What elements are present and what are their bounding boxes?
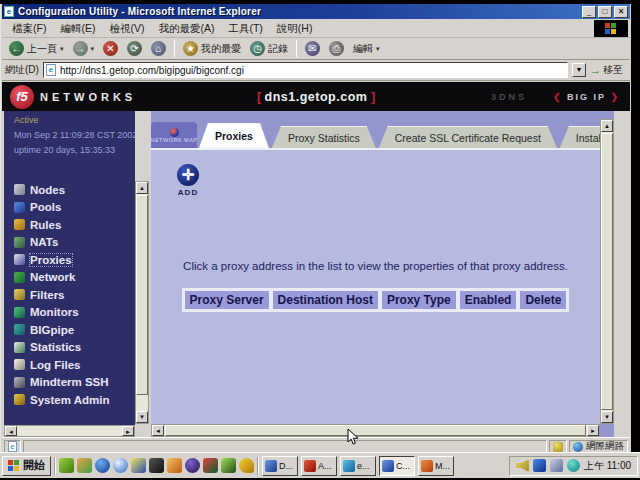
go-button[interactable]: → 移至 [590, 63, 627, 77]
quick-launch-icon[interactable] [239, 458, 254, 473]
menu-edit[interactable]: 編輯(E) [54, 20, 101, 38]
taskbar: 開始 D... A... e... C... M... [0, 452, 640, 478]
scroll-left-icon[interactable]: ◄ [5, 426, 17, 436]
add-button[interactable]: ✛ [177, 164, 199, 186]
quick-launch-icon[interactable] [167, 458, 182, 473]
volume-icon[interactable] [516, 459, 529, 472]
col-proxy-type[interactable]: Proxy Type [380, 289, 458, 311]
favorites-icon: ★ [183, 41, 198, 56]
back-button[interactable]: ← 上一頁 ▾ [6, 40, 67, 57]
sidebar-horizontal-scrollbar[interactable]: ◄ ► [4, 425, 135, 437]
quick-launch-icon[interactable] [131, 458, 146, 473]
sidebar-item-proxies[interactable]: Proxies [14, 253, 109, 266]
mail-icon: ✉ [305, 41, 320, 56]
quick-launch-icon[interactable] [221, 458, 236, 473]
display-icon[interactable] [533, 459, 546, 472]
task-button[interactable]: A... [301, 456, 337, 476]
col-proxy-server[interactable]: Proxy Server [183, 289, 271, 311]
address-dropdown-icon[interactable]: ▼ [572, 63, 586, 77]
tab-proxies[interactable]: Proxies [199, 123, 269, 148]
quick-launch-icon[interactable] [77, 458, 92, 473]
network-map-button[interactable]: NETWORK MAP [151, 122, 197, 148]
taskbar-clock[interactable]: 上午 11:00 [584, 459, 631, 473]
sidebar-item-monitors[interactable]: Monitors [14, 306, 109, 319]
home-button[interactable]: ⌂ [148, 40, 169, 57]
task-button[interactable]: e... [340, 456, 376, 476]
quick-launch-icon[interactable] [59, 458, 74, 473]
task-button[interactable]: D... [262, 456, 298, 476]
col-delete[interactable]: Delete [518, 289, 568, 311]
sidebar-item-nats[interactable]: NATs [14, 236, 109, 249]
menu-bar: 檔案(F) 編輯(E) 檢視(V) 我的最愛(A) 工具(T) 說明(H) [2, 20, 630, 38]
forward-button[interactable]: → ▾ [70, 40, 98, 57]
sidebar-item-statistics[interactable]: Statistics [14, 341, 109, 354]
favorites-button[interactable]: ★ 我的最愛 [180, 40, 244, 57]
back-dropdown-icon[interactable]: ▾ [60, 45, 64, 53]
print-button[interactable]: ⎙ [326, 40, 347, 57]
quick-launch-icon[interactable] [95, 458, 110, 473]
col-enabled[interactable]: Enabled [458, 289, 519, 311]
scroll-left-icon[interactable]: ◄ [152, 425, 164, 436]
menu-tools[interactable]: 工具(T) [222, 20, 268, 38]
bracket-close: ] [371, 90, 375, 104]
scroll-right-icon[interactable]: ► [122, 426, 134, 436]
scroll-right-icon[interactable]: ► [587, 425, 599, 436]
sidebar-item-system-admin[interactable]: System Admin [14, 393, 109, 406]
start-label: 開始 [23, 458, 45, 473]
sidebar-item-nodes[interactable]: Nodes [14, 183, 109, 196]
tab-install-ssl-certificate[interactable]: Install SSL Certifi [560, 126, 600, 148]
task-button[interactable]: M... [418, 456, 454, 476]
quick-launch-icon[interactable] [203, 458, 218, 473]
sidebar: Active Mon Sep 2 11:09:28 CST 2002 uptim… [4, 111, 135, 437]
start-button[interactable]: 開始 [2, 456, 51, 476]
history-button[interactable]: ◷ 記錄 [247, 40, 291, 57]
maximize-button[interactable]: □ [598, 6, 612, 18]
edit-label: 編輯 [353, 42, 373, 56]
sidebar-item-mindterm-ssh[interactable]: Mindterm SSH [14, 376, 109, 389]
close-button[interactable]: ✕ [614, 6, 628, 18]
stop-button[interactable]: ✕ [100, 40, 121, 57]
scrollbar-thumb[interactable] [165, 425, 586, 436]
tab-create-ssl-certificate-request[interactable]: Create SSL Certificate Request [379, 126, 557, 148]
menu-file[interactable]: 檔案(F) [6, 20, 52, 38]
sidebar-item-filters[interactable]: Filters [14, 288, 109, 301]
edit-button[interactable]: 編輯▾ [350, 41, 383, 57]
scroll-up-icon[interactable]: ▲ [136, 182, 148, 194]
screen: e Configuration Utility - Microsoft Inte… [0, 0, 640, 480]
sidebar-vertical-scrollbar[interactable]: ▲ ▼ [135, 181, 149, 424]
history-label: 記錄 [268, 42, 288, 56]
quick-launch-icon[interactable] [113, 458, 128, 473]
sidebar-item-bigpipe[interactable]: BIGpipe [14, 323, 109, 336]
refresh-button[interactable]: ⟳ [124, 40, 145, 57]
quick-launch-icon[interactable] [149, 458, 164, 473]
scroll-down-icon[interactable]: ▼ [136, 411, 148, 423]
sidebar-item-log-files[interactable]: Log Files [14, 358, 109, 371]
minimize-button[interactable]: _ [582, 6, 596, 18]
system-admin-icon [14, 394, 25, 405]
main-vertical-scrollbar[interactable]: ▲ ▼ [600, 119, 614, 424]
print-icon: ⎙ [329, 41, 344, 56]
quick-launch-icon[interactable] [185, 458, 200, 473]
network-tray-icon[interactable] [550, 459, 563, 472]
tab-proxy-statistics[interactable]: Proxy Statistics [272, 126, 376, 148]
address-input[interactable]: e http://dns1.getop.com/bigipgui/bigconf… [43, 62, 568, 78]
scroll-up-icon[interactable]: ▲ [601, 120, 613, 132]
system-uptime: uptime 20 days, 15:35:33 [14, 145, 135, 155]
forward-dropdown-icon[interactable]: ▾ [91, 45, 95, 53]
url-page-icon: e [46, 64, 56, 76]
task-button-active[interactable]: C... [379, 456, 415, 476]
sidebar-item-rules[interactable]: Rules [14, 218, 109, 231]
scrollbar-thumb[interactable] [136, 195, 148, 395]
col-destination-host[interactable]: Destination Host [271, 289, 380, 311]
menu-favorites[interactable]: 我的最愛(A) [152, 20, 220, 38]
menu-view[interactable]: 檢視(V) [103, 20, 150, 38]
menu-help[interactable]: 說明(H) [271, 20, 319, 38]
tray-app-icon[interactable] [567, 459, 580, 472]
scrollbar-thumb[interactable] [601, 133, 613, 410]
sidebar-item-network[interactable]: Network [14, 271, 109, 284]
scroll-down-icon[interactable]: ▼ [601, 411, 613, 423]
title-bar[interactable]: e Configuration Utility - Microsoft Inte… [2, 4, 630, 19]
main-horizontal-scrollbar[interactable]: ◄ ► [151, 424, 600, 437]
mail-button[interactable]: ✉ [302, 40, 323, 57]
sidebar-item-pools[interactable]: Pools [14, 201, 109, 214]
